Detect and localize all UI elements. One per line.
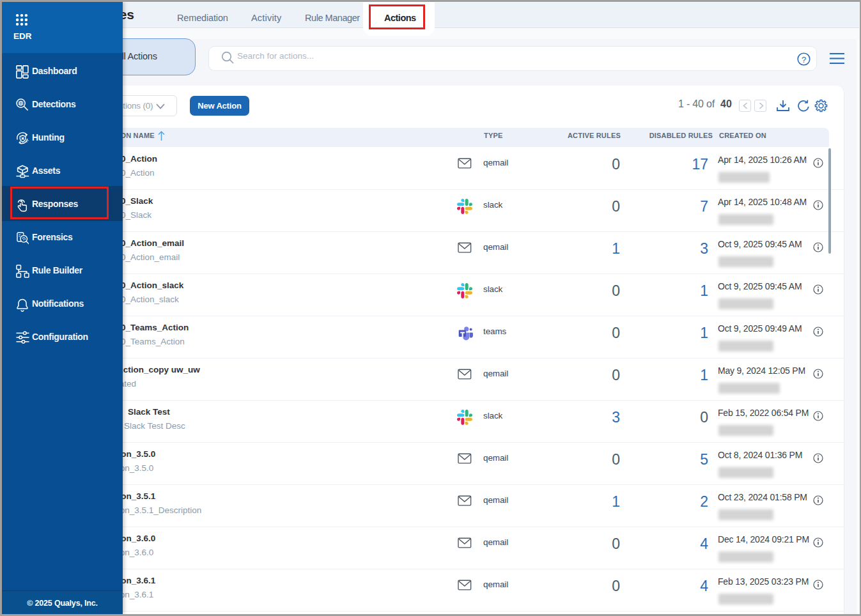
svg-text:?: ? bbox=[802, 55, 806, 65]
